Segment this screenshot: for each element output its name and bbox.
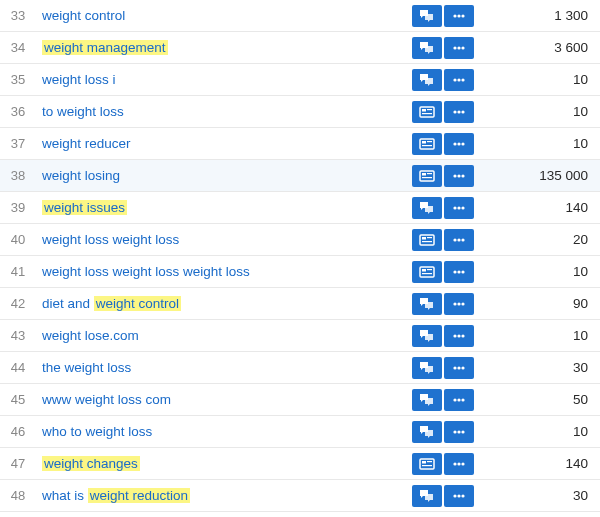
keyword-link[interactable]: weight changes (42, 456, 140, 471)
svg-point-38 (457, 238, 460, 241)
chat-icon[interactable] (412, 293, 442, 315)
table-row: 33weight control1 300 (0, 0, 600, 32)
svg-point-0 (453, 14, 456, 17)
more-icon[interactable] (444, 389, 474, 411)
keyword-link[interactable]: weight loss weight loss weight loss (42, 264, 250, 279)
more-icon[interactable] (444, 69, 474, 91)
more-icon[interactable] (444, 197, 474, 219)
svg-point-45 (457, 270, 460, 273)
svg-point-13 (453, 110, 456, 113)
search-volume: 10 (482, 328, 600, 343)
row-number: 43 (0, 328, 36, 343)
table-row: 38weight losing135 000 (0, 160, 600, 192)
highlight: weight issues (42, 200, 127, 215)
svg-point-51 (457, 334, 460, 337)
row-number: 44 (0, 360, 36, 375)
keyword-link[interactable]: what is weight reduction (42, 488, 190, 503)
table-row: 43weight lose.com10 (0, 320, 600, 352)
ad-icon[interactable] (412, 133, 442, 155)
ad-icon[interactable] (412, 229, 442, 251)
svg-point-2 (461, 14, 464, 17)
keyword-cell: www weight loss com (36, 392, 410, 407)
keyword-link[interactable]: www weight loss com (42, 392, 171, 407)
chat-icon[interactable] (412, 485, 442, 507)
chat-icon[interactable] (412, 69, 442, 91)
keyword-cell: weight reducer (36, 136, 410, 151)
keyword-table: 33weight control1 30034weight management… (0, 0, 600, 512)
more-icon[interactable] (444, 133, 474, 155)
more-icon[interactable] (444, 421, 474, 443)
chat-icon[interactable] (412, 357, 442, 379)
ad-icon[interactable] (412, 453, 442, 475)
keyword-link[interactable]: who to weight loss (42, 424, 152, 439)
svg-point-55 (461, 366, 464, 369)
keyword-link[interactable]: weight reducer (42, 136, 131, 151)
svg-rect-43 (427, 269, 432, 270)
chat-icon[interactable] (412, 197, 442, 219)
ad-icon[interactable] (412, 261, 442, 283)
keyword-link[interactable]: the weight loss (42, 360, 131, 375)
keyword-link[interactable]: weight loss i (42, 72, 116, 87)
more-icon[interactable] (444, 165, 474, 187)
more-icon[interactable] (444, 37, 474, 59)
svg-point-49 (461, 302, 464, 305)
ad-icon[interactable] (412, 101, 442, 123)
table-row: 47weight changes140 (0, 448, 600, 480)
more-icon[interactable] (444, 5, 474, 27)
more-icon[interactable] (444, 261, 474, 283)
row-actions (410, 37, 482, 59)
row-number: 40 (0, 232, 36, 247)
keyword-link[interactable]: weight lose.com (42, 328, 139, 343)
row-number: 34 (0, 40, 36, 55)
table-row: 45www weight loss com50 (0, 384, 600, 416)
svg-rect-25 (422, 177, 432, 178)
more-icon[interactable] (444, 357, 474, 379)
keyword-link[interactable]: weight control (42, 8, 125, 23)
keyword-link[interactable]: weight management (42, 40, 168, 55)
table-row: 40weight loss weight loss20 (0, 224, 600, 256)
chat-icon[interactable] (412, 5, 442, 27)
row-actions (410, 133, 482, 155)
chat-icon[interactable] (412, 37, 442, 59)
keyword-link[interactable]: weight losing (42, 168, 120, 183)
more-icon[interactable] (444, 101, 474, 123)
svg-point-68 (461, 462, 464, 465)
svg-point-46 (461, 270, 464, 273)
row-actions (410, 229, 482, 251)
keyword-link[interactable]: to weight loss (42, 104, 124, 119)
svg-point-8 (461, 78, 464, 81)
ad-icon[interactable] (412, 165, 442, 187)
more-icon[interactable] (444, 293, 474, 315)
svg-point-6 (453, 78, 456, 81)
search-volume: 50 (482, 392, 600, 407)
more-icon[interactable] (444, 325, 474, 347)
chat-icon[interactable] (412, 421, 442, 443)
row-actions (410, 261, 482, 283)
svg-point-22 (461, 142, 464, 145)
keyword-link[interactable]: diet and weight control (42, 296, 181, 311)
svg-point-70 (457, 494, 460, 497)
svg-point-61 (461, 430, 464, 433)
more-icon[interactable] (444, 453, 474, 475)
keyword-cell: diet and weight control (36, 296, 410, 311)
row-actions (410, 357, 482, 379)
svg-rect-9 (420, 107, 434, 117)
svg-point-1 (457, 14, 460, 17)
search-volume: 30 (482, 488, 600, 503)
svg-point-32 (461, 206, 464, 209)
chat-icon[interactable] (412, 325, 442, 347)
svg-rect-23 (420, 171, 434, 181)
more-icon[interactable] (444, 485, 474, 507)
keyword-link[interactable]: weight issues (42, 200, 127, 215)
more-icon[interactable] (444, 229, 474, 251)
keyword-link[interactable]: weight loss weight loss (42, 232, 179, 247)
table-row: 39weight issues140 (0, 192, 600, 224)
chat-icon[interactable] (412, 389, 442, 411)
svg-rect-24 (422, 173, 426, 176)
svg-point-50 (453, 334, 456, 337)
row-number: 33 (0, 8, 36, 23)
keyword-cell: weight loss weight loss (36, 232, 410, 247)
keyword-cell: weight losing (36, 168, 410, 183)
svg-rect-42 (422, 273, 432, 274)
row-actions (410, 165, 482, 187)
